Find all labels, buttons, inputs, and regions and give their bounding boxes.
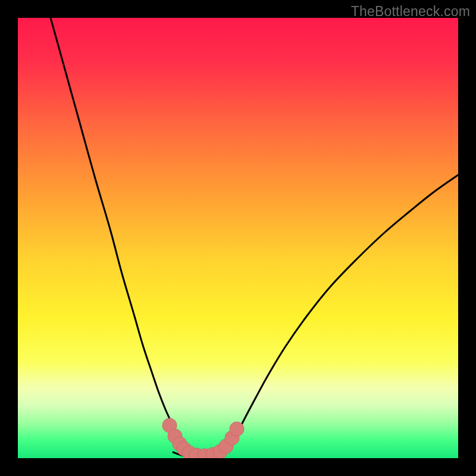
watermark-text: TheBottleneck.com <box>351 4 470 20</box>
gradient-background <box>18 18 458 458</box>
outer-frame: TheBottleneck.com <box>0 0 476 476</box>
data-marker <box>230 422 244 436</box>
plot-area <box>18 18 458 458</box>
chart-svg <box>18 18 458 458</box>
